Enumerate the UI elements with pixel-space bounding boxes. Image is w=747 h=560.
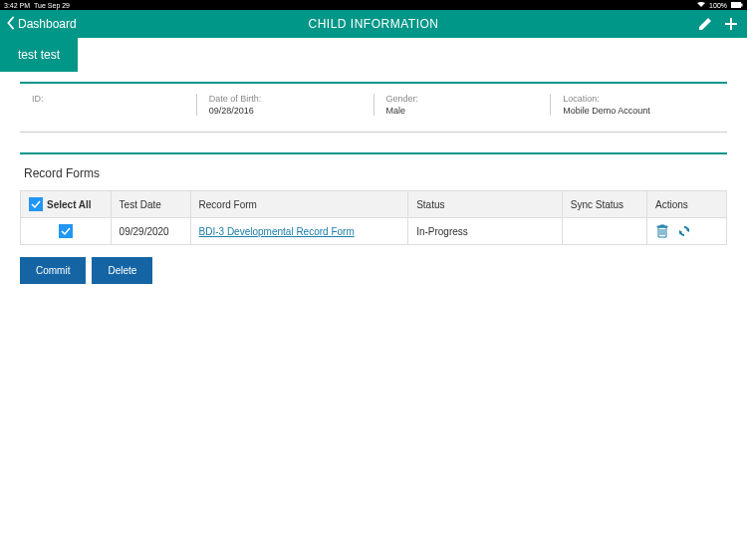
info-gender-value: Male: [386, 106, 539, 116]
status-date: Tue Sep 29: [34, 2, 70, 9]
info-gender: Gender: Male: [374, 94, 552, 116]
col-select-all: Select All: [21, 191, 112, 218]
navigation-bar: Dashboard CHILD INFORMATION: [0, 10, 747, 38]
info-location-label: Location:: [563, 94, 715, 104]
delete-button[interactable]: Delete: [92, 257, 152, 284]
col-status: Status: [408, 191, 563, 218]
col-test-date: Test Date: [111, 191, 190, 218]
svg-rect-1: [741, 3, 743, 6]
info-id-label: ID:: [32, 94, 184, 104]
svg-rect-0: [731, 2, 741, 8]
select-all-checkbox[interactable]: [29, 197, 43, 211]
row-checkbox[interactable]: [59, 224, 73, 238]
back-label: Dashboard: [18, 17, 77, 31]
edit-icon[interactable]: [697, 16, 713, 32]
cell-test-date: 09/29/2020: [111, 218, 190, 245]
action-buttons: Commit Delete: [20, 257, 727, 284]
select-all-label: Select All: [47, 199, 92, 210]
cell-status: In-Progress: [408, 218, 563, 245]
tab-child[interactable]: test test: [0, 38, 78, 72]
wifi-icon: [697, 2, 705, 9]
info-dob-value: 09/28/2016: [209, 106, 362, 116]
records-table: Select All Test Date Record Form Status …: [20, 190, 727, 245]
commit-button[interactable]: Commit: [20, 257, 86, 284]
back-button[interactable]: Dashboard: [0, 16, 83, 33]
child-info-panel: ID: Date of Birth: 09/28/2016 Gender: Ma…: [20, 82, 727, 133]
record-form-link[interactable]: BDI-3 Developmental Record Form: [199, 226, 355, 237]
battery-icon: [731, 2, 743, 9]
tab-bar: test test: [0, 38, 747, 72]
info-location: Location: Mobile Demo Account: [551, 94, 727, 116]
status-time: 3:42 PM: [4, 2, 30, 9]
delete-row-icon[interactable]: [655, 224, 669, 238]
info-dob: Date of Birth: 09/28/2016: [197, 94, 374, 116]
device-status-bar: 3:42 PM Tue Sep 29 100%: [0, 0, 747, 10]
table-row: 09/29/2020 BDI-3 Developmental Record Fo…: [21, 218, 727, 245]
info-id: ID:: [20, 94, 197, 116]
records-title: Record Forms: [24, 166, 727, 180]
chevron-left-icon: [6, 16, 16, 33]
page-title: CHILD INFORMATION: [309, 17, 439, 31]
info-location-value: Mobile Demo Account: [563, 106, 715, 116]
cell-sync-status: [562, 218, 646, 245]
col-actions: Actions: [647, 191, 727, 218]
col-record-form: Record Form: [190, 191, 408, 218]
info-dob-label: Date of Birth:: [209, 94, 362, 104]
info-gender-label: Gender:: [386, 94, 539, 104]
add-icon[interactable]: [723, 16, 739, 32]
col-sync-status: Sync Status: [562, 191, 646, 218]
record-forms-section: Record Forms Select All Test Date Record…: [20, 152, 727, 284]
battery-percent: 100%: [709, 2, 727, 9]
sync-row-icon[interactable]: [677, 224, 691, 238]
